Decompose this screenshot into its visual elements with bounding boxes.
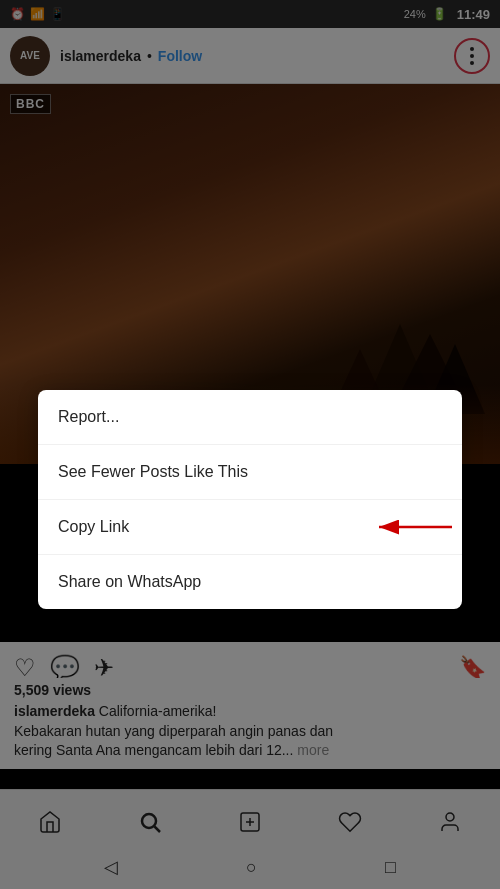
share-whatsapp-label: Share on WhatsApp bbox=[58, 573, 201, 591]
copy-link-arrow bbox=[367, 512, 462, 542]
fewer-posts-label: See Fewer Posts Like This bbox=[58, 463, 248, 481]
context-menu: Report... See Fewer Posts Like This Copy… bbox=[38, 390, 462, 609]
report-label: Report... bbox=[58, 408, 119, 426]
menu-item-fewer-posts[interactable]: See Fewer Posts Like This bbox=[38, 445, 462, 500]
menu-item-report[interactable]: Report... bbox=[38, 390, 462, 445]
menu-item-share-whatsapp[interactable]: Share on WhatsApp bbox=[38, 555, 462, 609]
copy-link-label: Copy Link bbox=[58, 518, 129, 536]
menu-item-copy-link[interactable]: Copy Link bbox=[38, 500, 462, 555]
